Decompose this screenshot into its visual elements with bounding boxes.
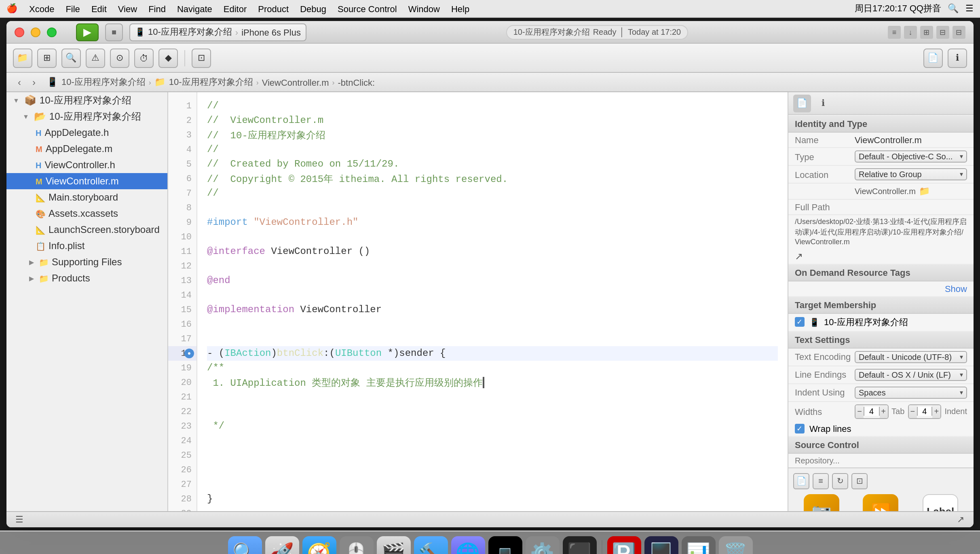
indent-decrement[interactable]: − (908, 405, 917, 418)
debug-toggle[interactable]: ↓ (904, 25, 917, 38)
sidebar-item-main-storyboard[interactable]: 📐 Main.storyboard (6, 189, 167, 205)
test-icon[interactable]: ⊙ (110, 48, 129, 68)
sidebar-item-viewcontroller-h[interactable]: H ViewController.h (6, 157, 167, 173)
dock-browser[interactable]: 🌐 (451, 536, 485, 554)
indent-stepper[interactable]: − 4 + (908, 404, 941, 419)
menu-navigate[interactable]: Navigate (177, 4, 212, 13)
breakpoint-icon[interactable]: ◆ (158, 48, 178, 68)
indent-using-row[interactable]: Indent Using Spaces ▾ (788, 384, 974, 402)
nav-panel-icon[interactable]: ⊡ (192, 48, 211, 68)
dock-monitor[interactable]: 🖥️ (644, 536, 678, 554)
folder-browse-icon[interactable]: 📁 (919, 186, 930, 197)
info-icon[interactable]: ℹ (948, 48, 967, 68)
type-row[interactable]: Type Default - Objective-C So... ▾ (788, 148, 974, 166)
dock-trash[interactable]: 🗑️ (718, 536, 752, 554)
new-file-btn[interactable]: 📄 (793, 473, 809, 489)
sidebar-item-assets[interactable]: 🎨 Assets.xcassets (6, 205, 167, 222)
run-button[interactable]: ▶ (76, 23, 99, 41)
warning-icon[interactable]: ⚠ (86, 48, 105, 68)
sidebar-item-group[interactable]: ▼ 📂 10-应用程序对象介绍 (6, 108, 167, 125)
layout-btn-3[interactable]: ⊟ (953, 25, 965, 38)
refresh-btn[interactable]: ↻ (832, 473, 848, 489)
menu-find[interactable]: Find (148, 4, 166, 13)
sidebar-item-project-root[interactable]: ▼ 📦 10-应用程序对象介绍 (6, 92, 167, 108)
close-button[interactable] (15, 27, 24, 37)
dock-terminal[interactable]: 💻 (488, 536, 522, 554)
nav-forward[interactable]: › (27, 76, 40, 89)
location-select[interactable]: Relative to Group ▾ (855, 168, 967, 180)
sidebar-item-supporting[interactable]: ▶ 📁 Supporting Files (6, 254, 167, 270)
menu-debug[interactable]: Debug (300, 4, 326, 13)
list-btn[interactable]: ≡ (813, 473, 829, 489)
widget-player[interactable]: ⏩ (853, 494, 909, 511)
diff-icon[interactable]: ⊞ (37, 48, 57, 68)
code-lines[interactable]: // // ViewController.m // 10-应用程序对象介绍 //… (197, 92, 788, 511)
reveal-icon[interactable]: ↗ (795, 251, 803, 262)
expand-icon[interactable]: ↗ (954, 513, 967, 526)
dock-chart[interactable]: 📊 (681, 536, 715, 554)
stop-button[interactable]: ■ (105, 23, 123, 41)
code-editor[interactable]: 1 2 3 4 5 6 7 8 9 10 11 12 13 14 15 16 1 (168, 92, 788, 511)
dock-launchpad[interactable]: 🚀 (265, 536, 299, 554)
layout-btn-2[interactable]: ⊟ (936, 25, 949, 38)
menu-help[interactable]: Help (451, 4, 469, 13)
dock-finder[interactable]: 🔍 (228, 536, 262, 554)
line-endings-select[interactable]: Default - OS X / Unix (LF) ▾ (855, 369, 967, 381)
menu-window[interactable]: Window (408, 4, 440, 13)
nav-back[interactable]: ‹ (13, 76, 26, 89)
sidebar-item-appdelegate-h[interactable]: H AppDelegate.h (6, 125, 167, 141)
controls-icon[interactable]: ☰ (965, 3, 974, 14)
dock-safari[interactable]: 🧭 (302, 536, 336, 554)
encoding-select[interactable]: Default - Unicode (UTF-8) ▾ (855, 351, 967, 363)
membership-checkbox[interactable]: ✓ (795, 317, 805, 327)
menu-source-control[interactable]: Source Control (338, 4, 397, 13)
dock-mouse[interactable]: 🖱️ (339, 536, 373, 554)
indent-using-select[interactable]: Spaces ▾ (855, 387, 967, 399)
encoding-row[interactable]: Text Encoding Default - Unicode (UTF-8) … (788, 349, 974, 366)
menu-editor[interactable]: Editor (224, 4, 247, 13)
resize-btn[interactable]: ⊡ (851, 473, 868, 489)
history-icon[interactable]: ⏱ (134, 48, 154, 68)
breadcrumb-project[interactable]: 10-应用程序对象介绍 (61, 76, 146, 88)
sidebar-item-infoplist[interactable]: 📋 Info.plist (6, 238, 167, 254)
menu-edit[interactable]: Edit (91, 4, 107, 13)
sidebar-toggle-icon[interactable]: ☰ (13, 513, 26, 526)
breadcrumb-method[interactable]: -btnClick: (338, 77, 375, 87)
navigator-toggle[interactable]: ≡ (888, 25, 901, 38)
breadcrumb-group[interactable]: 10-应用程序对象介绍 (169, 76, 253, 88)
menu-product[interactable]: Product (258, 4, 289, 13)
line-endings-row[interactable]: Line Endings Default - OS X / Unix (LF) … (788, 366, 974, 384)
identity-tab[interactable]: 📄 (793, 94, 811, 112)
widget-label[interactable]: Label Label (912, 494, 969, 511)
dock-black[interactable]: ⬛ (562, 536, 596, 554)
wrap-checkbox[interactable]: ✓ (795, 424, 805, 433)
type-select[interactable]: Default - Objective-C So... ▾ (855, 150, 967, 163)
widget-camera[interactable]: 📷 (793, 494, 849, 511)
dock-settings[interactable]: ⚙️ (525, 536, 559, 554)
sidebar-item-viewcontroller-m[interactable]: M ViewController.m (6, 173, 167, 189)
scheme-selector[interactable]: 📱 10-应用程序对象介绍 › iPhone 6s Plus (129, 23, 306, 41)
dock-p-app[interactable]: 🅿️ (607, 536, 641, 554)
info-tab[interactable]: ℹ (814, 94, 832, 112)
sidebar-item-appdelegate-m[interactable]: M AppDelegate.m (6, 141, 167, 157)
show-link[interactable]: Show (945, 284, 967, 294)
menu-view[interactable]: View (118, 4, 137, 13)
search-icon[interactable]: 🔍 (948, 3, 959, 14)
sidebar-item-products[interactable]: ▶ 📁 Products (6, 270, 167, 286)
breadcrumb-file[interactable]: ViewController.m (262, 77, 329, 87)
location-row[interactable]: Location Relative to Group ▾ (788, 166, 974, 184)
minimize-button[interactable] (31, 27, 40, 37)
file-icon[interactable]: 📄 (923, 48, 943, 68)
tab-increment[interactable]: + (879, 405, 887, 418)
search-toolbar-icon[interactable]: 🔍 (61, 48, 81, 68)
indent-increment[interactable]: + (932, 405, 940, 418)
apple-menu[interactable]: 🍎 (6, 3, 18, 14)
menu-file[interactable]: File (65, 4, 80, 13)
sidebar-item-launchscreen[interactable]: 📐 LaunchScreen.storyboard (6, 222, 167, 238)
maximize-button[interactable] (47, 27, 57, 37)
tab-decrement[interactable]: − (855, 405, 864, 418)
tab-stepper[interactable]: − 4 + (855, 404, 888, 419)
folder-icon[interactable]: 📁 (13, 48, 32, 68)
dock-xcode[interactable]: 🔨 (414, 536, 448, 554)
dock-quicktime[interactable]: 🎬 (376, 536, 410, 554)
